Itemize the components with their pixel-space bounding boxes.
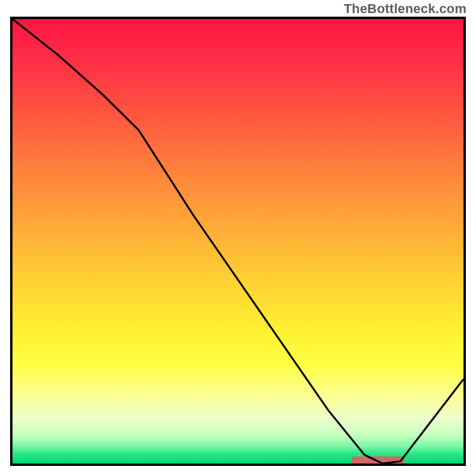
chart-plot-area [10,17,466,466]
chart-line [12,19,464,464]
watermark-text: TheBottleneck.com [344,1,466,17]
